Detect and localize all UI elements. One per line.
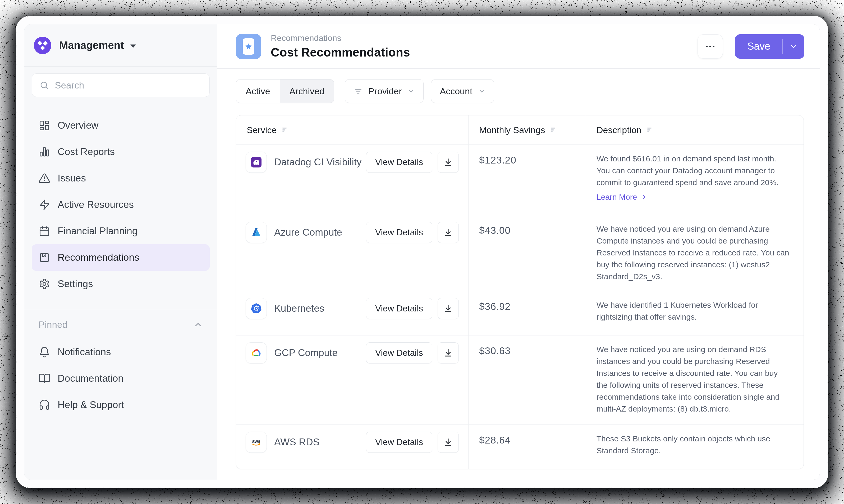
sidebar-item-label: Notifications bbox=[58, 346, 111, 358]
sidebar-divider bbox=[24, 309, 217, 309]
table-row: Azure Compute View Details $43.00 We hav… bbox=[236, 215, 804, 291]
calendar-icon bbox=[39, 225, 50, 237]
chevron-down-icon bbox=[478, 87, 485, 95]
workspace-logo-icon bbox=[34, 37, 51, 54]
kubernetes-icon bbox=[246, 298, 267, 319]
sidebar-item-overview[interactable]: Overview bbox=[32, 112, 210, 139]
sidebar-item-help-support[interactable]: Help & Support bbox=[32, 392, 210, 418]
chevron-down-icon bbox=[408, 87, 415, 95]
pinned-nav: Notifications Documentation Help & Suppo… bbox=[24, 339, 217, 418]
sidebar-item-label: Settings bbox=[58, 278, 93, 289]
sidebar-item-label: Overview bbox=[58, 120, 98, 131]
monthly-savings-value: $36.92 bbox=[468, 291, 586, 335]
view-details-button[interactable]: View Details bbox=[366, 298, 432, 319]
sidebar-item-recommendations[interactable]: Recommendations bbox=[32, 244, 210, 271]
sort-icon[interactable] bbox=[646, 126, 655, 134]
chevron-down-icon bbox=[789, 42, 798, 51]
sort-icon[interactable] bbox=[550, 126, 558, 134]
download-button[interactable] bbox=[437, 151, 459, 173]
recommendations-table: Service Monthly Savings Description bbox=[236, 115, 804, 469]
search-box bbox=[32, 73, 210, 97]
page-content: Active Archived Provider Account Ser bbox=[217, 69, 820, 469]
book-open-icon bbox=[39, 373, 50, 384]
svg-text:aws: aws bbox=[252, 439, 260, 444]
learn-more-link[interactable]: Learn More bbox=[597, 193, 790, 201]
dashboard-icon bbox=[39, 120, 50, 131]
view-details-button[interactable]: View Details bbox=[366, 432, 432, 453]
view-details-button[interactable]: View Details bbox=[366, 222, 432, 243]
download-button[interactable] bbox=[437, 298, 459, 319]
page-header: Recommendations Cost Recommendations Sav… bbox=[217, 24, 820, 69]
monthly-savings-value: $43.00 bbox=[468, 215, 586, 291]
download-button[interactable] bbox=[437, 342, 459, 363]
table-row: GCP Compute View Details $30.63 We have … bbox=[236, 335, 804, 425]
table-row: Datadog CI Visibility View Details $123.… bbox=[236, 144, 804, 215]
table-header-row: Service Monthly Savings Description bbox=[236, 115, 804, 144]
search-input[interactable] bbox=[55, 80, 202, 91]
save-dropdown-button[interactable] bbox=[783, 42, 804, 51]
column-header-service[interactable]: Service bbox=[236, 115, 468, 144]
tab-archived[interactable]: Archived bbox=[280, 79, 334, 103]
filter-lines-icon bbox=[354, 86, 363, 96]
view-details-button[interactable]: View Details bbox=[366, 151, 432, 173]
recommendation-description: We have identified 1 Kubernetes Workload… bbox=[597, 299, 790, 323]
view-details-button[interactable]: View Details bbox=[366, 342, 432, 363]
chevron-up-icon[interactable] bbox=[193, 320, 203, 329]
sidebar-item-settings[interactable]: Settings bbox=[32, 271, 210, 297]
more-actions-button[interactable] bbox=[697, 34, 723, 59]
download-icon bbox=[443, 157, 453, 167]
aws-icon: aws bbox=[246, 432, 267, 453]
sidebar-item-label: Help & Support bbox=[58, 399, 124, 411]
save-button[interactable]: Save bbox=[735, 41, 782, 52]
service-name: Datadog CI Visibility bbox=[274, 157, 361, 168]
sidebar-nav: Overview Cost Reports Issues Active Reso… bbox=[24, 112, 217, 297]
service-name: Azure Compute bbox=[274, 227, 342, 238]
download-icon bbox=[443, 304, 453, 313]
sidebar-item-financial-planning[interactable]: Financial Planning bbox=[32, 218, 210, 244]
provider-filter-dropdown[interactable]: Provider bbox=[345, 79, 424, 103]
service-name: Kubernetes bbox=[274, 303, 324, 314]
workspace-name: Management bbox=[59, 39, 124, 51]
sidebar-item-active-resources[interactable]: Active Resources bbox=[32, 192, 210, 218]
tab-active[interactable]: Active bbox=[236, 79, 280, 103]
save-split-button[interactable]: Save bbox=[735, 34, 804, 59]
download-button[interactable] bbox=[437, 432, 459, 453]
star-icon bbox=[245, 42, 253, 51]
column-header-description[interactable]: Description bbox=[586, 115, 804, 144]
app-window: Management Overview Cost Reports Issues bbox=[16, 16, 828, 488]
zap-icon bbox=[39, 199, 50, 211]
azure-icon bbox=[246, 222, 267, 243]
caret-down-icon bbox=[130, 44, 137, 49]
workspace-switcher[interactable]: Management bbox=[24, 24, 217, 67]
pinned-label: Pinned bbox=[39, 319, 67, 330]
sort-icon[interactable] bbox=[281, 126, 290, 134]
breadcrumb: Recommendations bbox=[271, 33, 410, 43]
sidebar-item-label: Issues bbox=[58, 173, 86, 184]
monthly-savings-value: $28.64 bbox=[468, 425, 586, 469]
sidebar-item-notifications[interactable]: Notifications bbox=[32, 339, 210, 365]
recommendation-description: These S3 Buckets only contain objects wh… bbox=[597, 433, 790, 456]
download-button[interactable] bbox=[437, 222, 459, 243]
sidebar: Management Overview Cost Reports Issues bbox=[24, 24, 217, 480]
column-header-monthly-savings[interactable]: Monthly Savings bbox=[468, 115, 586, 144]
gcp-icon bbox=[246, 342, 267, 363]
service-name: GCP Compute bbox=[274, 347, 338, 358]
ellipsis-icon bbox=[704, 41, 716, 52]
headphones-icon bbox=[39, 399, 50, 411]
filter-toolbar: Active Archived Provider Account bbox=[236, 79, 804, 103]
alert-triangle-icon bbox=[39, 173, 50, 184]
bar-chart-icon bbox=[39, 146, 50, 158]
sidebar-item-documentation[interactable]: Documentation bbox=[32, 365, 210, 392]
recommendation-description: We found $616.01 in on demand spend last… bbox=[597, 153, 790, 188]
sidebar-item-cost-reports[interactable]: Cost Reports bbox=[32, 139, 210, 165]
service-name: AWS RDS bbox=[274, 437, 320, 448]
page-icon bbox=[236, 34, 261, 59]
bell-icon bbox=[39, 346, 50, 358]
monthly-savings-value: $123.20 bbox=[468, 145, 586, 215]
recommendation-description: We have noticed you are using on demand … bbox=[597, 343, 790, 415]
chevron-right-icon bbox=[641, 194, 648, 200]
provider-filter-label: Provider bbox=[368, 86, 402, 96]
sidebar-item-issues[interactable]: Issues bbox=[32, 165, 210, 192]
sidebar-item-label: Cost Reports bbox=[58, 146, 115, 158]
account-filter-dropdown[interactable]: Account bbox=[431, 79, 494, 103]
